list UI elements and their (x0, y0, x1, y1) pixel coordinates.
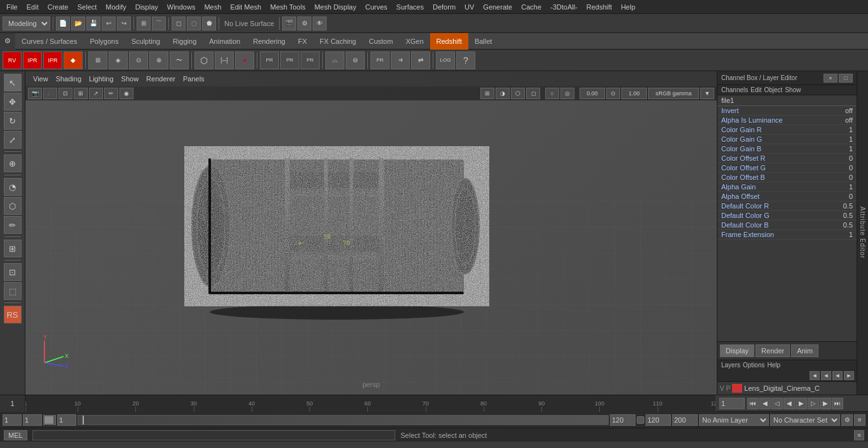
channel-row-color-gain-g[interactable]: Color Gain G1 (717, 135, 857, 144)
next-key-btn[interactable]: ▷ (808, 398, 819, 409)
tab-custom[interactable]: Custom (363, 33, 400, 50)
cb-object-menu[interactable]: Object (764, 86, 783, 93)
viewport[interactable]: View Shading Lighting Show Renderer Pane… (25, 71, 717, 395)
cb-edit-menu[interactable]: Edit (750, 86, 761, 93)
channel-row-alpha-is-luminance[interactable]: Alpha Is Luminanceoff (717, 116, 857, 125)
channel-row-color-gain-r[interactable]: Color Gain R1 (717, 125, 857, 135)
anim-layer-select[interactable]: No Anim Layer (699, 414, 769, 426)
shelf-ipr2-btn[interactable]: IPR (43, 51, 62, 69)
shelf-tex1-btn[interactable]: PR (370, 51, 390, 69)
current-time-field[interactable] (719, 398, 745, 409)
channel-row-alpha-gain[interactable]: Alpha Gain1 (717, 182, 857, 192)
channel-row-color-offset-b[interactable]: Color Offset B0 (717, 173, 857, 182)
vp-renderer-menu[interactable]: Renderer (144, 74, 178, 84)
render-view-btn[interactable]: 👁 (313, 17, 327, 31)
vp-cam-btn[interactable]: 📷 (28, 88, 42, 99)
anim-max-end-field[interactable] (646, 414, 671, 426)
tab-redshift[interactable]: Redshift (430, 33, 468, 50)
shelf-cube-btn[interactable]: ⬡ (194, 51, 214, 69)
snap-grid-btn[interactable]: ⊞ (137, 17, 151, 31)
shelf-tube-btn[interactable]: ● (235, 51, 254, 69)
vp-iso-btn[interactable]: ○ (545, 88, 559, 99)
tab-rendering[interactable]: Rendering (247, 33, 292, 50)
anim-settings-btn[interactable]: ⚙ (841, 414, 853, 426)
shelf-plate-btn[interactable]: ⊖ (346, 51, 365, 69)
anim-extra-btn[interactable]: ≡ (854, 414, 865, 426)
menu-select[interactable]: Select (74, 2, 101, 12)
layer-menu-help[interactable]: Help (767, 362, 780, 369)
shelf-sphere-btn[interactable]: ⊙ (129, 51, 148, 69)
menu-mesh[interactable]: Mesh (200, 2, 225, 12)
layer-menu-options[interactable]: Options (743, 362, 764, 369)
tab-curves-surfaces[interactable]: Curves / Surfaces (15, 33, 83, 50)
shelf-ipr-btn[interactable]: IPR (23, 51, 42, 69)
vp-grid-btn[interactable]: ⊞ (74, 88, 88, 99)
vp-lighting-menu[interactable]: Lighting (86, 74, 116, 84)
vp-panels-menu[interactable]: Panels (180, 74, 207, 84)
anim-total-field[interactable] (672, 414, 698, 426)
workspace-selector[interactable]: Modeling (3, 17, 50, 31)
undo-btn[interactable]: ↩ (102, 17, 116, 31)
transform-btn[interactable]: ✥ (4, 93, 22, 111)
go-start-btn[interactable]: ⏮ (747, 398, 759, 409)
menu-display[interactable]: Display (132, 2, 162, 12)
vp-film2-btn[interactable]: ⊡ (58, 88, 72, 99)
mel-input[interactable] (32, 430, 396, 440)
display-tab-render[interactable]: Render (756, 344, 790, 357)
render-btn[interactable]: 🎬 (282, 17, 296, 31)
menu-mesh-display[interactable]: Mesh Display (311, 2, 360, 12)
menu-deform[interactable]: Deform (429, 2, 459, 12)
menu-create[interactable]: Create (44, 2, 72, 12)
cb-channels-menu[interactable]: Channels (721, 86, 748, 93)
shelf-pr3-btn[interactable]: PR (301, 51, 320, 69)
tab-animation[interactable]: Animation (203, 33, 247, 50)
shelf-pipe-btn[interactable]: |--| (215, 51, 234, 69)
vp-shade-btn[interactable]: ◑ (496, 88, 510, 99)
vp-sel-btn[interactable]: ◻ (526, 88, 540, 99)
menu-uv[interactable]: UV (461, 2, 478, 12)
paint-select-btn[interactable]: ✏ (4, 216, 22, 234)
vp-xray-btn[interactable]: ◎ (560, 88, 574, 99)
layer-ctrl1[interactable]: ◄ (810, 371, 820, 380)
char-set-select[interactable]: No Character Set (770, 414, 840, 426)
layer-ctrl3[interactable]: ◄ (832, 371, 843, 380)
redo-btn[interactable]: ↪ (117, 17, 131, 31)
vp-focal-btn[interactable]: ⊙ (606, 88, 620, 99)
snap-view-btn[interactable]: ⊡ (4, 263, 22, 281)
menu-file[interactable]: File (3, 2, 22, 12)
menu-edit[interactable]: Edit (23, 2, 43, 12)
channel-row-color-offset-g[interactable]: Color Offset G0 (717, 163, 857, 173)
tab-xgen[interactable]: XGen (399, 33, 430, 50)
vp-expand-btn[interactable]: ▼ (700, 88, 714, 99)
vp-wireframe-btn[interactable]: ⊞ (480, 88, 494, 99)
tab-fx[interactable]: FX (292, 33, 313, 50)
play-fwd-btn[interactable]: ▶ (796, 398, 807, 409)
anim-end-field[interactable] (610, 414, 635, 426)
paint-mode-btn[interactable]: ⬟ (202, 17, 216, 31)
timeline-ruler[interactable]: 1102030405060708090100110120 (25, 395, 715, 412)
menu-windows[interactable]: Windows (163, 2, 200, 12)
script-editor-btn[interactable]: ≡ (854, 430, 864, 440)
open-scene-btn[interactable]: 📂 (71, 17, 85, 31)
shelf-bowl-btn[interactable]: ⌓ (325, 51, 344, 69)
tab-fx-caching[interactable]: FX Caching (313, 33, 362, 50)
channel-row-default-color-g[interactable]: Default Color G0.5 (717, 211, 857, 221)
vp-colorspace-btn[interactable]: sRGB gamma (648, 88, 699, 99)
channel-row-color-gain-b[interactable]: Color Gain B1 (717, 144, 857, 154)
new-scene-btn[interactable]: 📄 (56, 17, 70, 31)
snap-curve-btn[interactable]: ⌒ (152, 17, 166, 31)
render-settings-btn[interactable]: ⚙ (297, 17, 311, 31)
menu-redshift[interactable]: Redshift (583, 2, 616, 12)
lasso-mode-btn[interactable]: ◌ (187, 17, 201, 31)
menu-3dtoall[interactable]: -3DtoAll- (546, 2, 581, 12)
show-manip-btn[interactable]: ⊞ (4, 240, 22, 257)
shelf-more-btn[interactable]: ⊕ (149, 51, 168, 69)
vp-paint-btn[interactable]: ✏ (104, 88, 118, 99)
shelf-log-btn[interactable]: LOG (436, 51, 455, 69)
rotate-btn[interactable]: ↻ (4, 112, 22, 130)
select-tool-btn[interactable]: ↖ (4, 74, 22, 92)
shelf-help-btn[interactable]: ? (456, 51, 475, 69)
universal-manip-btn[interactable]: ⊕ (4, 154, 22, 172)
prev-key-btn[interactable]: ◁ (771, 398, 783, 409)
menu-edit-mesh[interactable]: Edit Mesh (226, 2, 265, 12)
